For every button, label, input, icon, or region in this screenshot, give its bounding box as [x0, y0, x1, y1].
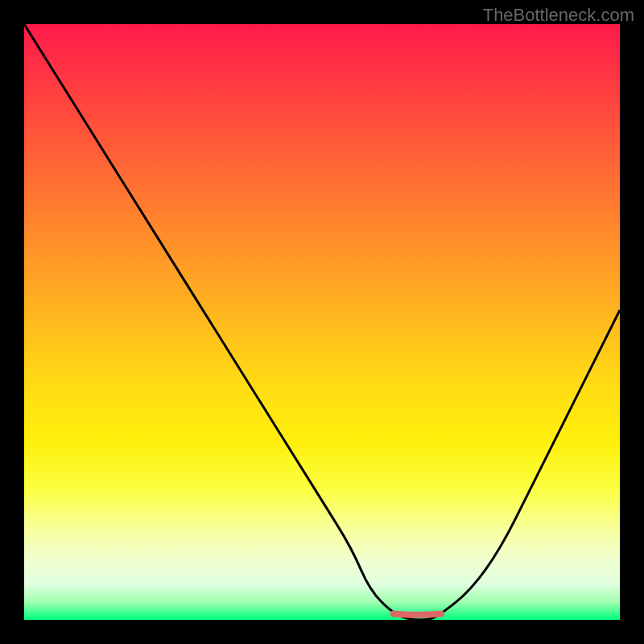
flat-region-highlight — [394, 614, 441, 615]
bottleneck-curve — [24, 24, 620, 620]
plot-area — [24, 24, 620, 620]
watermark-text: TheBottleneck.com — [483, 5, 634, 26]
chart-svg — [24, 24, 620, 620]
